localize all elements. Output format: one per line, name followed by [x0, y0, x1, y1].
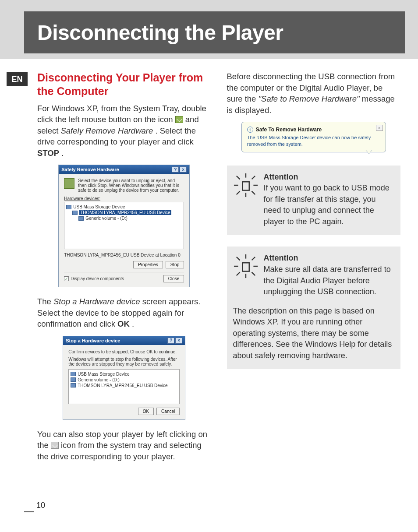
p2-a: The [37, 297, 53, 306]
usb-icon [71, 372, 76, 376]
attention-box-1: Attention If you want to go back to USB … [227, 166, 401, 236]
p2-d: OK [117, 319, 130, 328]
p2-b: Stop a Hardware device [53, 297, 140, 306]
p1-e: STOP [37, 148, 59, 158]
close-icon[interactable]: × [175, 338, 182, 344]
svg-line-17 [252, 272, 255, 276]
section-heading: Disconnecting Your Player from the Compu… [37, 71, 211, 99]
balloon-close-icon[interactable]: × [376, 125, 383, 131]
dialog2-titlebar: Stop a Hardware device ? × [63, 336, 185, 345]
svg-rect-0 [242, 182, 249, 190]
paragraph-2: The Stop a Hardware device screen appear… [37, 296, 211, 330]
rp1-b: "Safe to Remove Hardware" [259, 94, 360, 103]
attention-text: If you want to go back to USB mode for f… [264, 183, 390, 226]
attention-heading: Attention [264, 254, 298, 262]
p1-c: Safely Remove Hardware [60, 126, 153, 135]
paragraph-3: You can also stop your player by left cl… [37, 429, 211, 462]
list-item: Generic volume - (D:) [85, 216, 128, 221]
attention-box-2: Attention Make sure all data are transfe… [227, 247, 401, 369]
volume-icon [78, 216, 84, 221]
dialog1-status: THOMSON LYRA_MPR2456_EU USB Device at Lo… [64, 253, 184, 257]
svg-line-16 [236, 272, 240, 276]
properties-button[interactable]: Properties [133, 261, 163, 268]
dialog1-title: Safely Remove Hardware [61, 167, 119, 172]
dialog2-title: Stop a Hardware device [66, 338, 120, 343]
right-paragraph-1: Before disconnecting the USB connection … [227, 71, 401, 116]
dialog1-list-label: Hardware devices: [64, 196, 100, 201]
content-columns: Disconnecting Your Player from the Compu… [37, 71, 400, 468]
language-tab: EN [7, 72, 28, 86]
svg-line-6 [252, 176, 255, 179]
display-components-checkbox[interactable]: ✓ [64, 276, 69, 281]
attention-icon [233, 173, 259, 198]
left-column: Disconnecting Your Player from the Compu… [37, 71, 211, 468]
paragraph-1: For Windows XP, from the System Tray, do… [37, 103, 211, 159]
attention-text-2: The description on this page is based on… [233, 306, 395, 362]
attention-text-1: Make sure all data are transferred to th… [264, 265, 391, 296]
p2-e: . [132, 319, 134, 328]
drive-icon [71, 383, 76, 388]
close-button[interactable]: Close [163, 275, 184, 282]
help-icon[interactable]: ? [167, 338, 174, 344]
svg-line-8 [252, 191, 255, 194]
dialog2-line2: Windows will attempt to stop the followi… [68, 357, 180, 366]
title-bar: Disconnecting the Player [24, 11, 405, 53]
dialog1-titlebar: Safely Remove Hardware ? × [59, 165, 189, 174]
attention-heading: Attention [264, 173, 298, 181]
dialog1-body: Select the device you want to unplug or … [59, 174, 189, 287]
ok-button[interactable]: OK [138, 408, 154, 415]
volume-icon [71, 377, 76, 382]
stop-hardware-dialog: Stop a Hardware device ? × Confirm devic… [63, 336, 185, 420]
attention-icon [233, 254, 259, 279]
info-icon: i [247, 127, 253, 133]
tray-eject-icon [175, 116, 183, 123]
svg-line-5 [236, 176, 240, 179]
dialog2-line1: Confirm devices to be stopped, Choose OK… [68, 349, 180, 354]
list-item: USB Mass Storage Device [78, 372, 129, 377]
checkbox-label: Display device components [71, 276, 124, 281]
balloon-title: Safe To Remove Hardware [256, 127, 322, 133]
cancel-button[interactable]: Cancel [156, 408, 180, 415]
dialog1-device-list[interactable]: USB Mass Storage Device THOMSON LYRA_MPR… [64, 202, 184, 249]
balloon-text: The 'USB Mass Storage Device' device can… [247, 134, 373, 148]
dialog2-body: Confirm devices to be stopped, Choose OK… [63, 345, 185, 419]
page-title: Disconnecting the Player [37, 21, 283, 45]
p1-f: . [61, 148, 64, 158]
close-icon[interactable]: × [180, 166, 187, 173]
svg-line-7 [236, 191, 240, 194]
drive-icon [72, 211, 78, 215]
dialog1-desc: Select the device you want to unplug or … [78, 178, 184, 193]
safely-remove-dialog: Safely Remove Hardware ? × Select the de… [58, 165, 190, 287]
eject-large-icon [64, 178, 74, 189]
list-item-selected: THOMSON LYRA_MPR2456_EU USB Device [79, 210, 171, 215]
list-item: THOMSON LYRA_MPR2456_EU USB Device [78, 383, 167, 388]
tray-eject-icon [51, 442, 59, 449]
safe-remove-balloon: × i Safe To Remove Hardware The 'USB Mas… [241, 122, 386, 152]
page-number: 10 [36, 501, 45, 510]
stop-button[interactable]: Stop [166, 261, 184, 268]
svg-line-14 [236, 257, 240, 261]
list-item: Generic volume - (D:) [78, 377, 120, 382]
help-icon[interactable]: ? [172, 166, 179, 173]
page-number-rule [24, 511, 34, 512]
svg-rect-9 [242, 263, 249, 271]
dialog2-device-list[interactable]: USB Mass Storage Device Generic volume -… [68, 369, 180, 404]
svg-line-15 [252, 257, 255, 261]
p3-b: icon from the system tray and selecting … [37, 440, 202, 461]
usb-icon [66, 205, 71, 209]
list-item: USB Mass Storage Device [73, 204, 125, 209]
right-column: Before disconnecting the USB connection … [227, 71, 401, 468]
